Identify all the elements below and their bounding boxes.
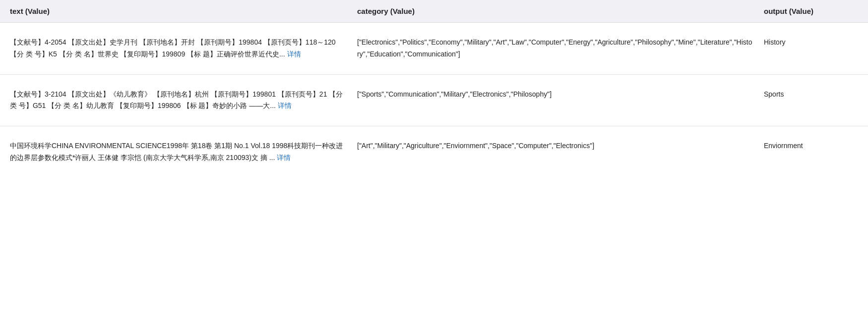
detail-link-3[interactable]: 详情 [277, 154, 291, 161]
cell-output-2: Sports [754, 89, 858, 101]
cell-text-1: 【文献号】4-2054 【原文出处】史学月刊 【原刊地名】开封 【原刊期号】19… [10, 37, 347, 60]
cell-category-2: ["Sports","Communication","Military","El… [347, 89, 754, 101]
header-text-col: text (Value) [10, 7, 347, 15]
text-value-2: 【文献号】3-2104 【原文出处】《幼儿教育》 【原刊地名】杭州 【原刊期号】… [10, 90, 343, 110]
text-value-3: 中国环境科学CHINA ENVIRONMENTAL SCIENCE1998年 第… [10, 142, 343, 161]
cell-output-3: Enviornment [754, 140, 858, 152]
cell-category-3: ["Art","Military","Agriculture","Enviorn… [347, 140, 754, 152]
table-header: text (Value) category (Value) output (Va… [0, 0, 868, 23]
cell-output-1: History [754, 37, 858, 49]
cell-text-2: 【文献号】3-2104 【原文出处】《幼儿教育》 【原刊地名】杭州 【原刊期号】… [10, 89, 347, 112]
table-row: 中国环境科学CHINA ENVIRONMENTAL SCIENCE1998年 第… [0, 126, 868, 178]
detail-link-2[interactable]: 详情 [278, 102, 292, 109]
detail-link-1[interactable]: 详情 [287, 50, 301, 58]
table-row: 【文献号】4-2054 【原文出处】史学月刊 【原刊地名】开封 【原刊期号】19… [0, 23, 868, 75]
table-row: 【文献号】3-2104 【原文出处】《幼儿教育》 【原刊地名】杭州 【原刊期号】… [0, 75, 868, 127]
cell-text-3: 中国环境科学CHINA ENVIRONMENTAL SCIENCE1998年 第… [10, 140, 347, 164]
header-category-col: category (Value) [347, 7, 754, 15]
table-body: 【文献号】4-2054 【原文出处】史学月刊 【原刊地名】开封 【原刊期号】19… [0, 23, 868, 178]
cell-category-1: ["Electronics","Politics","Economy","Mil… [347, 37, 754, 60]
main-table: text (Value) category (Value) output (Va… [0, 0, 868, 315]
header-output-col: output (Value) [754, 7, 858, 15]
